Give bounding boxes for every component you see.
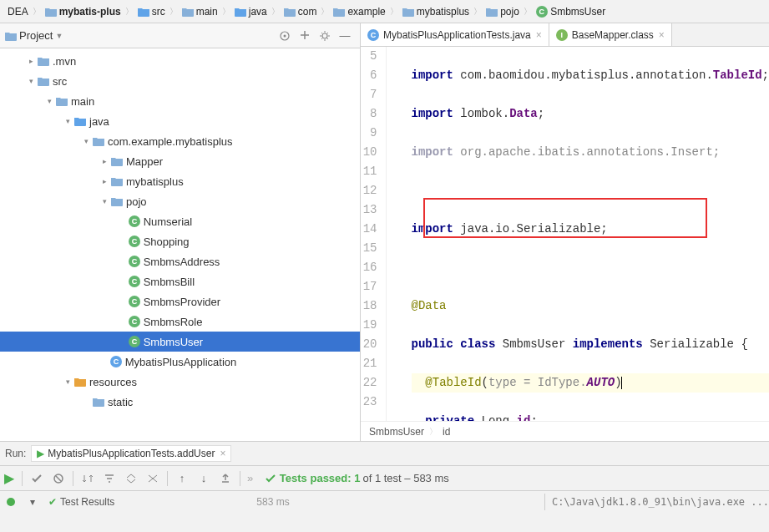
bc-class[interactable]: SmbmsUser [369,426,424,438]
tree-class-smbmsbill[interactable]: C SmbmsBill [0,271,360,291]
tree-src[interactable]: ▾src [0,71,360,91]
project-pane: Project ▼ — ▸.mvn ▾src ▾main ▾java ▾com.… [0,23,361,441]
code-area[interactable]: import com.baomidou.mybatisplus.annotati… [387,47,769,421]
run-config-tab[interactable]: ▶ MybatisPlusApplicationTests.addUser × [31,445,231,462]
tree-static[interactable]: static [0,392,360,412]
tree-mvn[interactable]: ▸.mvn [0,51,360,71]
test-results-label[interactable]: ✔Test Results583 ms [48,496,538,508]
bc-member[interactable]: id [443,426,450,438]
editor-tabs: CMybatisPlusApplicationTests.java× IBase… [361,23,769,47]
project-header: Project ▼ — [0,23,360,48]
bc-src[interactable]: src [135,6,168,18]
test-toolbar: ▶ ↑ ↓ » Tests passed: 1 of 1 test – 583 … [0,466,769,491]
tree-mybatisplus[interactable]: ▸mybatisplus [0,171,360,191]
rerun-button[interactable]: ▶ [0,468,18,489]
chevron-right-icon: 〉 [429,426,438,438]
bc-main[interactable]: main [180,6,220,18]
expand-icon[interactable] [120,468,142,489]
class-icon: C [536,6,548,18]
tree-app[interactable]: C MybatisPlusApplication [0,352,360,372]
tree-class-smbmsprovider[interactable]: C SmbmsProvider [0,291,360,312]
bc-root[interactable]: DEA [5,6,31,18]
tab-tests[interactable]: CMybatisPlusApplicationTests.java× [361,23,549,46]
bc-example[interactable]: example [331,6,387,18]
tree-class-shopping[interactable]: C Shopping [0,231,360,251]
test-results-row: ▾ ✔Test Results583 ms C:\Java\jdk1.8.0_9… [0,491,769,513]
tests-passed: Tests passed: 1 of 1 test – 583 ms [265,472,449,484]
expand-all-icon[interactable] [296,27,314,45]
minimize-icon[interactable]: — [336,27,354,45]
tree-class-numserial[interactable]: C Numserial [0,211,360,231]
sort-icon[interactable] [77,468,99,489]
tree-mapper[interactable]: ▸Mapper [0,151,360,171]
bc-pojo[interactable]: pojo [483,6,522,18]
console-output: C:\Java\jdk1.8.0_91\bin\java.exe ... [552,496,769,508]
tree-main[interactable]: ▾main [0,91,360,111]
close-icon[interactable]: × [220,448,225,459]
bc-java[interactable]: java [232,6,270,18]
show-ignored-icon[interactable] [48,468,69,489]
play-icon: ▶ [37,448,44,459]
resources-icon [73,377,87,387]
tree-class-smbmsaddress[interactable]: C SmbmsAddress [0,251,360,271]
class-icon: C [367,29,379,41]
tree-class-smbmsrole[interactable]: C SmbmsRole [0,312,360,332]
next-icon[interactable]: ↓ [193,468,215,489]
expand-tree-icon[interactable]: ▾ [22,491,43,513]
line-gutter: 567891011121314151617181920212223 [361,47,387,421]
project-icon [5,30,17,42]
show-passed-icon[interactable] [26,468,48,489]
svg-point-1 [284,34,286,37]
project-title[interactable]: Project [19,29,53,42]
tree-pkg[interactable]: ▾com.example.mybatisplus [0,131,360,151]
bc-project[interactable]: mybatis-plus [43,6,124,18]
bc-com[interactable]: com [281,6,320,18]
run-label: Run: [5,448,26,459]
tree-java[interactable]: ▾java [0,111,360,131]
collapse-icon[interactable] [142,468,164,489]
chevron-down-icon[interactable]: ▼ [55,32,63,40]
svg-point-2 [322,33,327,38]
export-icon[interactable] [215,468,236,489]
close-icon[interactable]: × [536,29,542,41]
debug-icon[interactable] [0,491,22,513]
tree-class-smbmsuser[interactable]: C SmbmsUser [0,332,360,352]
bc-class[interactable]: C SmbmsUser [534,6,608,18]
spring-class-icon: C [110,356,122,367]
close-icon[interactable]: × [659,29,665,41]
project-tree[interactable]: ▸.mvn ▾src ▾main ▾java ▾com.example.myba… [0,48,360,441]
prev-icon[interactable]: ↑ [171,468,193,489]
chevron-down-icon: ▾ [25,77,37,85]
class-icon: C [129,215,140,227]
check-icon: ✔ [48,496,57,508]
run-toolwindow-header: Run: ▶ MybatisPlusApplicationTests.addUs… [0,441,769,466]
svg-point-4 [7,498,15,506]
chevron-right-icon: ▸ [25,57,37,65]
bc-mybatisplus[interactable]: mybatisplus [400,6,472,18]
interface-icon: I [556,29,568,41]
tree-pojo[interactable]: ▾pojo [0,191,360,211]
editor-pane: CMybatisPlusApplicationTests.java× IBase… [361,23,769,441]
editor-breadcrumb: SmbmsUser 〉 id [361,421,769,441]
code-editor[interactable]: 567891011121314151617181920212223 import… [361,47,769,421]
locate-icon[interactable] [276,27,294,45]
breadcrumb-bar: DEA〉 mybatis-plus〉 src〉 main〉 java〉 com〉… [0,0,769,23]
tree-resources[interactable]: ▾resources [0,372,360,392]
tab-basemapper[interactable]: IBaseMapper.class× [549,23,672,46]
chevron-right-icon: 〉 [33,6,41,18]
gear-icon[interactable] [316,27,334,45]
filter-icon[interactable] [99,468,120,489]
